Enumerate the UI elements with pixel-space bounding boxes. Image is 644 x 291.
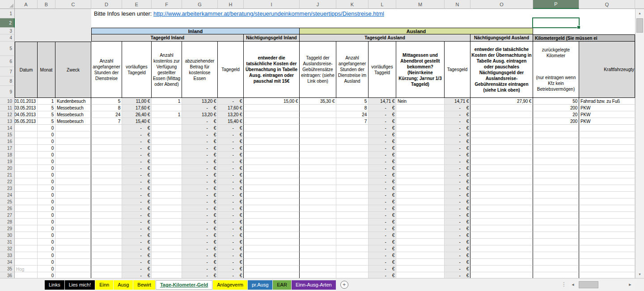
cell-G14[interactable]: - € (182, 125, 218, 131)
cell-C25[interactable] (55, 198, 91, 205)
cell-C22[interactable] (55, 178, 91, 185)
cell-G21[interactable]: - € (182, 172, 218, 178)
cell-M22[interactable] (396, 178, 445, 185)
column-header-K[interactable]: K (336, 0, 369, 9)
cell-B16[interactable]: 0 (38, 138, 55, 145)
cell-A32[interactable] (15, 245, 38, 252)
column-header-N[interactable]: N (445, 0, 470, 9)
cell-L20[interactable]: - € (369, 165, 396, 172)
row-header-19[interactable]: 19 (0, 158, 15, 165)
cell-H23[interactable]: - € (218, 185, 244, 192)
row-header-13[interactable]: 13 (0, 118, 15, 125)
cell-B31[interactable]: 0 (38, 239, 55, 245)
cell-M20[interactable] (396, 165, 445, 172)
cell-G35[interactable]: - € (182, 266, 218, 272)
cell-D28[interactable] (91, 219, 122, 225)
row-header-26[interactable]: 26 (0, 205, 15, 212)
cell-D1-info-link[interactable]: Bitte Infos lesen unter: http://www.arbe… (91, 9, 638, 18)
cell-K19[interactable] (336, 158, 369, 165)
cell-L29[interactable]: - € (369, 225, 396, 232)
cell-E12[interactable]: 26,40 € (122, 111, 152, 118)
cell-J28[interactable] (300, 219, 336, 225)
cell-O32[interactable] (470, 245, 533, 252)
cell-F12[interactable]: 1 (152, 111, 182, 118)
cell-L27[interactable]: - € (369, 212, 396, 219)
cell-G15[interactable]: - € (182, 131, 218, 138)
cell-K18[interactable] (336, 152, 369, 158)
cell-C26[interactable] (55, 205, 91, 212)
cell-I13[interactable] (244, 118, 300, 125)
cell-J13[interactable] (300, 118, 336, 125)
cell-J19[interactable] (300, 158, 336, 165)
cell-F11[interactable] (152, 105, 182, 111)
cell-J27[interactable] (300, 212, 336, 219)
cell-C16[interactable] (55, 138, 91, 145)
cell-E35[interactable]: - € (122, 266, 152, 272)
header-vorlaeufiges-tagegeld[interactable]: vorläufiges Tagegeld (122, 42, 152, 98)
cell-B28[interactable]: 0 (38, 219, 55, 225)
cell-H18[interactable]: - € (218, 152, 244, 158)
row-header-14[interactable]: 14 (0, 125, 15, 131)
cell-B13[interactable]: 5 (38, 118, 55, 125)
cell-M16[interactable] (396, 138, 445, 145)
cell-E30[interactable]: - € (122, 232, 152, 239)
cell-Q23[interactable] (579, 185, 635, 192)
cell-P33[interactable] (533, 252, 579, 259)
cell-F23[interactable] (152, 185, 182, 192)
cell-Q27[interactable] (579, 212, 635, 219)
cell-P10[interactable]: 50 (533, 98, 579, 105)
cell-E34[interactable]: - € (122, 259, 152, 266)
cell-B10[interactable]: 1 (38, 98, 55, 105)
cell-C13[interactable]: Messebesuch (55, 118, 91, 125)
cell-O16[interactable] (470, 138, 533, 145)
cell-I27[interactable] (244, 212, 300, 219)
cell-C33[interactable] (55, 252, 91, 259)
scroll-down-arrow-icon[interactable]: ▼ (636, 270, 644, 278)
cell-A15[interactable] (15, 131, 38, 138)
column-header-F[interactable]: F (152, 0, 182, 9)
column-header-E[interactable]: E (122, 0, 152, 9)
cell-J20[interactable] (300, 165, 336, 172)
column-header-J[interactable]: J (300, 0, 336, 9)
cell-B33[interactable]: 0 (38, 252, 55, 259)
cell-M26[interactable] (396, 205, 445, 212)
cell-J23[interactable] (300, 185, 336, 192)
row-header-4[interactable]: 4 (0, 34, 15, 42)
cell-O27[interactable] (470, 212, 533, 219)
cell-F20[interactable] (152, 165, 182, 172)
cell-N17[interactable]: - € (445, 145, 470, 152)
cell-O19[interactable] (470, 158, 533, 165)
fill-handle[interactable] (577, 25, 580, 29)
cell-O34[interactable] (470, 259, 533, 266)
cell-P12[interactable]: 20 (533, 111, 579, 118)
header-vorlaeufiges-taggeld[interactable]: vorläufiges Taggeld (369, 42, 396, 98)
row-header-33[interactable]: 33 (0, 252, 15, 259)
cell-D23[interactable] (91, 185, 122, 192)
cell-P15[interactable] (533, 131, 579, 138)
cell-D18[interactable] (91, 152, 122, 158)
cell-A22[interactable] (15, 178, 38, 185)
cell-F33[interactable] (152, 252, 182, 259)
header-datum[interactable]: Datum (15, 42, 38, 98)
cell-N27[interactable]: - € (445, 212, 470, 219)
cell-K23[interactable] (336, 185, 369, 192)
cell-A12[interactable]: 04.05.2013 (15, 111, 38, 118)
cell-D24[interactable] (91, 192, 122, 198)
cell-E25[interactable]: - € (122, 198, 152, 205)
cell-D31[interactable] (91, 239, 122, 245)
cell-J25[interactable] (300, 198, 336, 205)
row-header-34[interactable]: 34 (0, 259, 15, 266)
cell-J17[interactable] (300, 145, 336, 152)
cell-H34[interactable]: - € (218, 259, 244, 266)
cell-P28[interactable] (533, 219, 579, 225)
cell-Q14[interactable] (579, 125, 635, 131)
cell-F26[interactable] (152, 205, 182, 212)
band-naechtigungsgeld-inland[interactable]: Nächtigungsgeld Inland (244, 34, 300, 42)
column-header-O[interactable]: O (470, 0, 533, 9)
cell-B35[interactable]: 0 (38, 266, 55, 272)
cell-D19[interactable] (91, 158, 122, 165)
select-all-corner[interactable] (0, 0, 15, 9)
cell-P13[interactable]: 200 (533, 118, 579, 125)
cell-A19[interactable] (15, 158, 38, 165)
cell-L28[interactable]: - € (369, 219, 396, 225)
